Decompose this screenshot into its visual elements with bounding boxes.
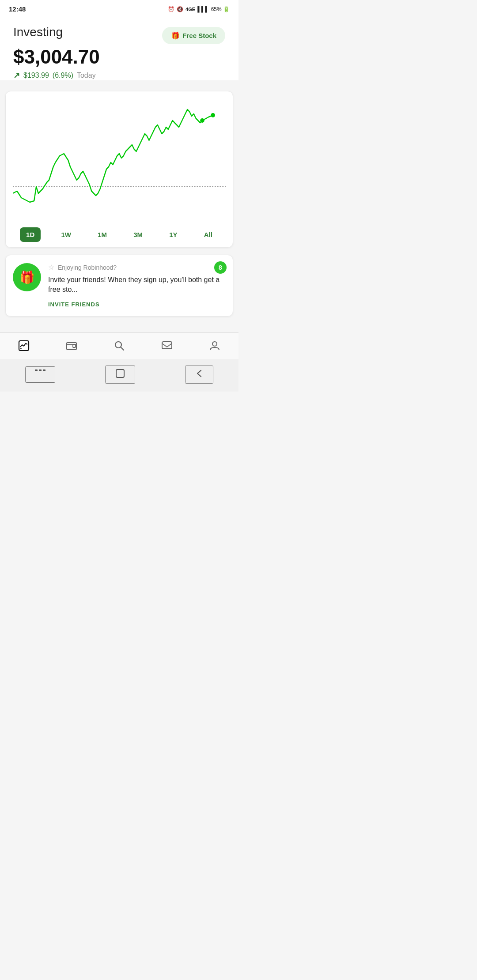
- stock-chart-svg: [13, 98, 226, 222]
- nav-item-wallet[interactable]: [61, 338, 83, 356]
- svg-rect-11: [35, 369, 38, 371]
- svg-rect-9: [162, 342, 172, 349]
- nav-item-search[interactable]: [108, 338, 130, 356]
- page-title: Investing: [13, 25, 63, 39]
- time-range-1d[interactable]: 1D: [20, 227, 41, 242]
- invite-friends-button[interactable]: INVITE FRIENDS: [48, 301, 100, 308]
- notification-header: ☆ Enjoying Robinhood?: [48, 263, 226, 271]
- wallet-nav-icon: [66, 340, 77, 354]
- chart-card: 1D 1W 1M 3M 1Y All: [5, 91, 233, 248]
- messages-nav-icon: [161, 340, 173, 354]
- notification-content: ☆ Enjoying Robinhood? Invite your friend…: [48, 263, 226, 308]
- portfolio-value: $3,004.70: [13, 46, 225, 68]
- svg-rect-12: [39, 369, 42, 371]
- svg-rect-5: [73, 345, 76, 347]
- svg-line-8: [121, 347, 124, 350]
- gift-icon: 🎁: [171, 31, 180, 40]
- spacer: [0, 324, 238, 329]
- svg-point-10: [212, 342, 217, 346]
- daily-change: ↗ $193.99 (6.9%) Today: [13, 71, 225, 80]
- star-icon[interactable]: ☆: [48, 263, 54, 271]
- time-range-3m[interactable]: 3M: [127, 227, 149, 242]
- network-icon: 4GE: [186, 7, 195, 12]
- main-content: Investing 🎁 Free Stock $3,004.70 ↗ $193.…: [0, 16, 238, 80]
- notification-gift-icon: 🎁: [13, 263, 41, 291]
- android-back-button[interactable]: [185, 366, 213, 384]
- android-home-button[interactable]: [105, 366, 135, 384]
- free-stock-label: Free Stock: [182, 32, 216, 39]
- time-range-1m[interactable]: 1M: [91, 227, 113, 242]
- change-percent: (6.9%): [53, 72, 73, 79]
- notification-subtitle: Enjoying Robinhood?: [58, 264, 117, 271]
- svg-rect-13: [43, 369, 45, 371]
- change-period: Today: [77, 72, 96, 79]
- signal-icon: ▌▌▌: [197, 6, 209, 12]
- time-range-selector: 1D 1W 1M 3M 1Y All: [13, 227, 226, 242]
- svg-rect-4: [67, 343, 76, 350]
- header-row: Investing 🎁 Free Stock: [13, 25, 225, 44]
- investing-nav-icon: [18, 340, 30, 354]
- notification-body: Invite your friends! When they sign up, …: [48, 275, 226, 295]
- android-nav-bar: [0, 359, 238, 392]
- status-time: 12:48: [9, 5, 26, 13]
- nav-item-messages[interactable]: [156, 338, 178, 356]
- notification-badge: 8: [214, 261, 227, 274]
- free-stock-button[interactable]: 🎁 Free Stock: [162, 27, 225, 44]
- time-range-all[interactable]: All: [198, 227, 219, 242]
- chart-area[interactable]: [13, 98, 226, 222]
- android-menu-button[interactable]: [25, 366, 55, 383]
- notification-card: 🎁 ☆ Enjoying Robinhood? Invite your frie…: [5, 255, 233, 317]
- trend-arrow-icon: ↗: [13, 71, 20, 80]
- status-bar: 12:48 ⏰ 🔇 4GE ▌▌▌ 65% 🔋: [0, 0, 238, 16]
- status-icons: ⏰ 🔇 4GE ▌▌▌ 65% 🔋: [168, 6, 230, 12]
- battery-icon: 65% 🔋: [211, 6, 230, 12]
- change-amount: $193.99: [23, 72, 49, 79]
- nav-item-investing[interactable]: [13, 338, 35, 356]
- svg-point-2: [211, 113, 215, 117]
- nav-item-profile[interactable]: [204, 338, 226, 356]
- svg-rect-14: [116, 369, 124, 377]
- alarm-icon: ⏰: [168, 6, 174, 12]
- mute-icon: 🔇: [177, 6, 183, 12]
- time-range-1w[interactable]: 1W: [55, 227, 77, 242]
- bottom-navigation: [0, 332, 238, 359]
- search-nav-icon: [114, 340, 125, 354]
- time-range-1y[interactable]: 1Y: [163, 227, 183, 242]
- profile-nav-icon: [209, 340, 220, 354]
